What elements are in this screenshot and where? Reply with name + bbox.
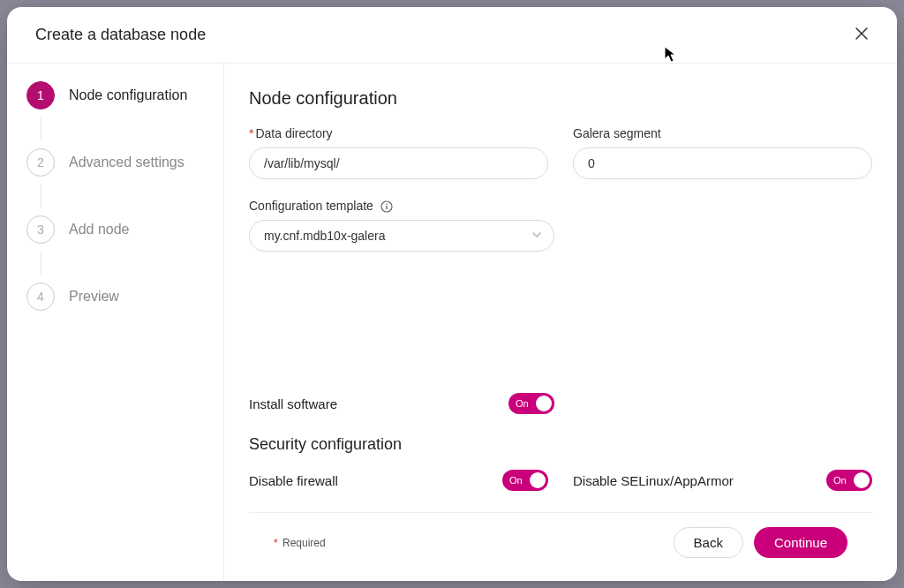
step-number: 3 [26, 215, 55, 244]
close-button[interactable] [851, 23, 872, 47]
step-label: Node configuration [69, 87, 187, 103]
info-icon[interactable] [380, 200, 393, 213]
step-connector [41, 251, 41, 275]
wizard-steps-sidebar: 1 Node configuration 2 Advanced settings… [7, 64, 224, 581]
toggle-col-disable-selinux: Disable SELinux/AppArmor On [573, 470, 872, 491]
required-indicator: * [274, 537, 278, 549]
label-disable-firewall: Disable firewall [249, 473, 338, 488]
step-connector [41, 184, 41, 208]
toggle-install-software[interactable]: On [508, 393, 554, 414]
input-galera-segment[interactable] [573, 147, 872, 179]
step-label: Add node [69, 222, 130, 237]
footer-buttons: Back Continue [674, 527, 848, 558]
form-group-galera-segment: Galera segment [573, 126, 872, 179]
modal-body: 1 Node configuration 2 Advanced settings… [7, 64, 897, 581]
toggle-row-security: Disable firewall On Disable SELinux/AppA… [249, 470, 872, 491]
step-node-configuration[interactable]: 1 Node configuration [26, 81, 207, 109]
step-connector [41, 117, 41, 141]
required-note: * Required [274, 537, 326, 549]
step-number: 4 [26, 283, 55, 311]
toggle-state-text: On [833, 475, 847, 486]
toggle-state-text: On [516, 398, 529, 409]
modal-header: Create a database node [7, 7, 897, 64]
toggle-knob [536, 396, 552, 411]
label-install-software: Install software [249, 396, 337, 411]
form-group-data-directory: *Data directory [249, 126, 548, 179]
step-preview[interactable]: 4 Preview [26, 283, 207, 311]
step-label: Advanced settings [69, 155, 185, 170]
back-button[interactable]: Back [674, 527, 743, 558]
label-config-template: Configuration template [249, 199, 872, 213]
modal-footer: * Required Back Continue [249, 512, 872, 572]
svg-rect-2 [386, 206, 387, 209]
form-row: *Data directory Galera segment [249, 126, 872, 179]
step-number: 2 [26, 148, 55, 177]
form-group-config-template: Configuration template my.cnf.mdb10x-gal… [249, 199, 872, 373]
modal-title: Create a database node [35, 26, 206, 44]
select-value: my.cnf.mdb10x-galera [249, 220, 554, 252]
toggle-row-install-software: Install software On [249, 393, 554, 414]
toggle-knob [854, 472, 870, 488]
create-database-node-modal: Create a database node 1 Node configurat… [7, 7, 897, 581]
step-label: Preview [69, 289, 119, 305]
select-config-template[interactable]: my.cnf.mdb10x-galera [249, 220, 554, 252]
svg-point-1 [386, 204, 388, 206]
toggle-knob [530, 472, 546, 488]
input-data-directory[interactable] [249, 147, 548, 179]
section-title-security: Security configuration [249, 435, 872, 454]
step-number: 1 [26, 81, 55, 109]
continue-button[interactable]: Continue [754, 527, 848, 558]
toggle-disable-firewall[interactable]: On [502, 470, 548, 491]
label-data-directory: *Data directory [249, 126, 548, 140]
step-advanced-settings[interactable]: 2 Advanced settings [26, 148, 207, 177]
toggle-col-disable-firewall: Disable firewall On [249, 470, 548, 491]
toggle-state-text: On [509, 475, 523, 486]
section-title-node-configuration: Node configuration [249, 88, 872, 109]
label-galera-segment: Galera segment [573, 126, 872, 140]
toggle-disable-selinux[interactable]: On [826, 470, 872, 491]
step-add-node[interactable]: 3 Add node [26, 215, 207, 244]
form-content: Node configuration *Data directory Galer… [224, 64, 897, 581]
required-indicator: * [249, 126, 253, 140]
close-icon [855, 30, 869, 43]
label-disable-selinux: Disable SELinux/AppArmor [573, 473, 734, 488]
